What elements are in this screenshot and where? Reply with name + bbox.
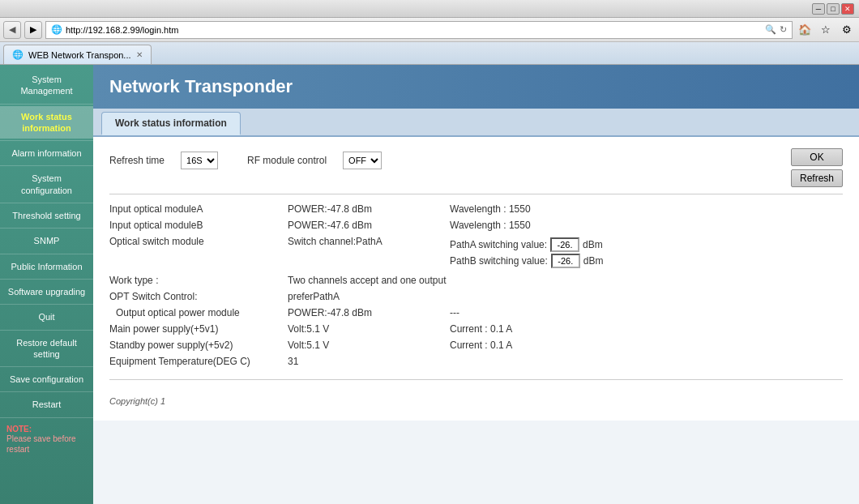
data-section: Input optical moduleA POWER:-47.8 dBm Wa… (109, 201, 843, 369)
pathb-switching-row: PathB switching value: dBm (450, 254, 843, 268)
table-row: Work type : Two channels accept and one … (109, 272, 843, 288)
row-value: preferPathA (288, 291, 450, 302)
sidebar-divider-6 (0, 254, 93, 254)
row-label: Main power supply(+5v1) (109, 323, 288, 335)
browser-nav-bar: ◀ ▶ 🌐 🔍 ↻ 🏠 ☆ ⚙ (0, 18, 859, 42)
note-text: Please save before restart (6, 434, 87, 455)
data-area: Refresh time 8S 16S 32S 64S RF module co… (93, 137, 859, 421)
search-icon: 🔍 (765, 24, 776, 35)
sidebar-divider-2 (0, 140, 93, 141)
sidebar-item-threshold-configuration[interactable]: Threshold setting (0, 205, 93, 226)
minimize-button[interactable]: ─ (812, 3, 825, 15)
row-extra: PathA switching value: dBm PathB switchi… (450, 236, 843, 270)
sidebar-item-quit[interactable]: Quit (0, 306, 93, 327)
table-row: Input optical moduleB POWER:-47.6 dBm Wa… (109, 217, 843, 233)
controls-row: Refresh time 8S 16S 32S 64S RF module co… (109, 145, 382, 176)
patha-switching-row: PathA switching value: dBm (450, 237, 843, 252)
sidebar-item-restore-default[interactable]: Restore default setting (0, 332, 93, 365)
window-controls: ─ □ ✕ (812, 3, 854, 15)
rf-module-select-wrapper: ON OFF (343, 152, 382, 169)
sidebar-divider-8 (0, 304, 93, 305)
address-input[interactable] (66, 25, 762, 35)
tab-close-button[interactable]: ✕ (136, 50, 143, 59)
sidebar-item-snmp[interactable]: SNMP (0, 230, 93, 251)
sidebar-divider-7 (0, 279, 93, 280)
patha-switching-input[interactable] (550, 237, 579, 252)
refresh-time-select[interactable]: 8S 16S 32S 64S (182, 152, 217, 169)
content-tabs: Work status information (93, 109, 859, 137)
sidebar: System Management Work status informatio… (0, 65, 93, 504)
row-value: POWER:-47.8 dBm (288, 307, 450, 318)
close-button[interactable]: ✕ (841, 3, 854, 15)
row-label: Input optical moduleB (109, 220, 288, 231)
maximize-button[interactable]: □ (827, 3, 840, 15)
page-title: Network Transponder (93, 65, 859, 109)
sidebar-divider-12 (0, 417, 93, 418)
sidebar-item-system-management[interactable]: System Management (0, 69, 93, 102)
row-value: POWER:-47.6 dBm (288, 220, 450, 231)
address-bar: 🌐 🔍 ↻ (45, 21, 793, 39)
row-value: Volt:5.1 V (288, 323, 450, 335)
sidebar-divider-4 (0, 203, 93, 203)
sidebar-divider-3 (0, 165, 93, 166)
controls-and-buttons: Refresh time 8S 16S 32S 64S RF module co… (109, 145, 843, 187)
table-row: Main power supply(+5v1) Volt:5.1 V Curre… (109, 321, 843, 337)
sidebar-item-work-status[interactable]: Work status information (0, 106, 93, 139)
content-area: Network Transponder Work status informat… (93, 65, 859, 504)
patha-unit: dBm (583, 239, 603, 250)
browser-tab-bar: 🌐 WEB Network Transpon... ✕ (0, 42, 859, 65)
sidebar-item-public-information[interactable]: Public Information (0, 256, 93, 277)
pathb-switching-label: PathB switching value: (450, 255, 548, 267)
row-label: Optical switch module (109, 236, 288, 247)
forward-button[interactable]: ▶ (24, 21, 42, 39)
home-button[interactable]: 🏠 (796, 21, 814, 39)
sidebar-divider-11 (0, 391, 93, 392)
sidebar-item-software-upgrading[interactable]: Software upgrading (0, 281, 93, 302)
patha-switching-label: PathA switching value: (450, 239, 547, 250)
reload-icon[interactable]: ↻ (780, 24, 787, 35)
tab-icon: 🌐 (12, 49, 24, 60)
table-row: Standby power supply(+5v2) Volt:5.1 V Cu… (109, 337, 843, 353)
sidebar-note: NOTE: Please save before restart (0, 420, 93, 459)
sidebar-item-save-configuration[interactable]: Save configuration (0, 369, 93, 390)
row-value: POWER:-47.8 dBm (288, 203, 450, 215)
sidebar-item-restart[interactable]: Restart (0, 394, 93, 415)
table-row: Optical switch module Switch channel:Pat… (109, 233, 843, 272)
rf-module-select[interactable]: ON OFF (344, 152, 381, 169)
ok-button[interactable]: OK (791, 148, 843, 166)
row-label: Input optical moduleA (109, 203, 288, 215)
table-row: Output optical power module POWER:-47.8 … (109, 305, 843, 321)
sidebar-divider-5 (0, 228, 93, 229)
browser-tab[interactable]: 🌐 WEB Network Transpon... ✕ (3, 45, 152, 64)
pathb-switching-input[interactable] (551, 254, 580, 268)
row-extra: Current : 0.1 A (450, 323, 843, 335)
refresh-button[interactable]: Refresh (791, 169, 843, 187)
sidebar-item-alarm-information[interactable]: Alarm information (0, 143, 93, 164)
footer-divider (109, 379, 843, 380)
row-extra: Wavelength : 1550 (450, 203, 843, 215)
note-label: NOTE: (6, 425, 87, 434)
row-label: Work type : (109, 275, 288, 286)
table-row: Input optical moduleA POWER:-47.8 dBm Wa… (109, 201, 843, 217)
tab-work-status-information[interactable]: Work status information (101, 112, 241, 135)
row-extra: --- (450, 307, 843, 318)
favorites-button[interactable]: ☆ (817, 21, 835, 39)
refresh-time-select-wrapper: 8S 16S 32S 64S (181, 152, 218, 169)
back-button[interactable]: ◀ (3, 21, 21, 39)
sidebar-divider-9 (0, 330, 93, 331)
browser-icon: 🌐 (51, 24, 62, 35)
table-row: Equipment Temperature(DEG C) 31 (109, 353, 843, 369)
tab-title: WEB Network Transpon... (28, 50, 131, 60)
browser-title-bar: ─ □ ✕ (0, 0, 859, 18)
table-row: OPT Switch Control: preferPathA (109, 288, 843, 305)
rf-module-label: RF module control (247, 155, 327, 166)
row-label: OPT Switch Control: (109, 291, 288, 302)
copyright-text: Copyright(c) 1 (109, 390, 843, 412)
row-extra: Wavelength : 1550 (450, 220, 843, 231)
row-value: Volt:5.1 V (288, 340, 450, 351)
row-label: Equipment Temperature(DEG C) (109, 356, 288, 367)
sidebar-item-system-configuration[interactable]: System configuration (0, 168, 93, 201)
settings-button[interactable]: ⚙ (838, 21, 856, 39)
row-value: Two channels accept and one output (288, 275, 450, 286)
main-layout: System Management Work status informatio… (0, 65, 859, 504)
